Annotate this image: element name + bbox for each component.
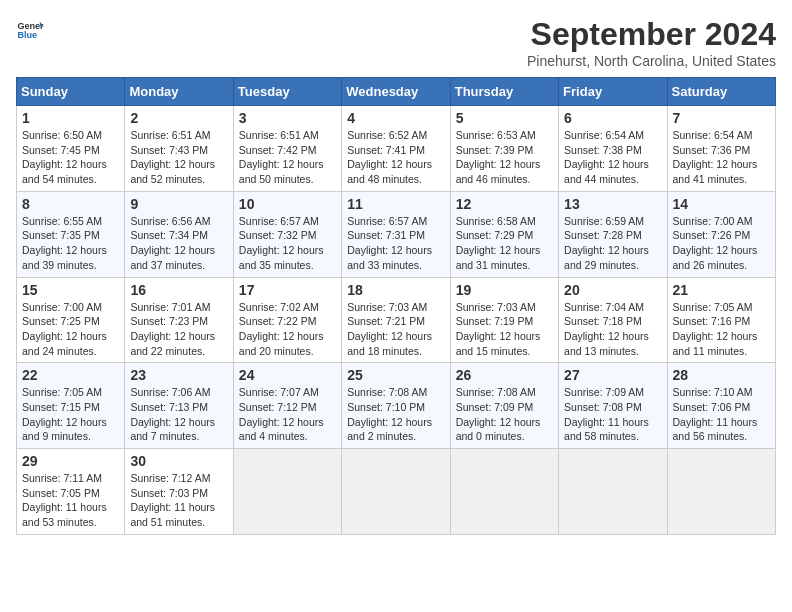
day-number: 30: [130, 453, 227, 469]
calendar-cell: 24Sunrise: 7:07 AM Sunset: 7:12 PM Dayli…: [233, 363, 341, 449]
day-info: Sunrise: 7:10 AM Sunset: 7:06 PM Dayligh…: [673, 385, 770, 444]
calendar-cell: 7Sunrise: 6:54 AM Sunset: 7:36 PM Daylig…: [667, 106, 775, 192]
day-info: Sunrise: 6:59 AM Sunset: 7:28 PM Dayligh…: [564, 214, 661, 273]
day-info: Sunrise: 6:56 AM Sunset: 7:34 PM Dayligh…: [130, 214, 227, 273]
day-info: Sunrise: 7:04 AM Sunset: 7:18 PM Dayligh…: [564, 300, 661, 359]
day-info: Sunrise: 6:51 AM Sunset: 7:42 PM Dayligh…: [239, 128, 336, 187]
col-tuesday: Tuesday: [233, 78, 341, 106]
day-number: 1: [22, 110, 119, 126]
day-info: Sunrise: 7:09 AM Sunset: 7:08 PM Dayligh…: [564, 385, 661, 444]
day-info: Sunrise: 7:00 AM Sunset: 7:25 PM Dayligh…: [22, 300, 119, 359]
day-info: Sunrise: 7:08 AM Sunset: 7:09 PM Dayligh…: [456, 385, 553, 444]
day-number: 14: [673, 196, 770, 212]
day-info: Sunrise: 7:11 AM Sunset: 7:05 PM Dayligh…: [22, 471, 119, 530]
calendar-cell: 2Sunrise: 6:51 AM Sunset: 7:43 PM Daylig…: [125, 106, 233, 192]
calendar-cell: 14Sunrise: 7:00 AM Sunset: 7:26 PM Dayli…: [667, 191, 775, 277]
calendar-cell: [342, 449, 450, 535]
calendar-title: September 2024: [527, 16, 776, 53]
col-wednesday: Wednesday: [342, 78, 450, 106]
day-info: Sunrise: 7:08 AM Sunset: 7:10 PM Dayligh…: [347, 385, 444, 444]
day-number: 20: [564, 282, 661, 298]
day-number: 17: [239, 282, 336, 298]
day-number: 24: [239, 367, 336, 383]
calendar-cell: 10Sunrise: 6:57 AM Sunset: 7:32 PM Dayli…: [233, 191, 341, 277]
calendar-cell: 25Sunrise: 7:08 AM Sunset: 7:10 PM Dayli…: [342, 363, 450, 449]
col-friday: Friday: [559, 78, 667, 106]
day-number: 16: [130, 282, 227, 298]
week-row-2: 8Sunrise: 6:55 AM Sunset: 7:35 PM Daylig…: [17, 191, 776, 277]
day-info: Sunrise: 7:02 AM Sunset: 7:22 PM Dayligh…: [239, 300, 336, 359]
week-row-5: 29Sunrise: 7:11 AM Sunset: 7:05 PM Dayli…: [17, 449, 776, 535]
svg-text:Blue: Blue: [17, 30, 37, 40]
calendar-table: Sunday Monday Tuesday Wednesday Thursday…: [16, 77, 776, 535]
calendar-cell: 19Sunrise: 7:03 AM Sunset: 7:19 PM Dayli…: [450, 277, 558, 363]
day-number: 21: [673, 282, 770, 298]
col-saturday: Saturday: [667, 78, 775, 106]
week-row-1: 1Sunrise: 6:50 AM Sunset: 7:45 PM Daylig…: [17, 106, 776, 192]
day-info: Sunrise: 6:57 AM Sunset: 7:32 PM Dayligh…: [239, 214, 336, 273]
calendar-cell: 21Sunrise: 7:05 AM Sunset: 7:16 PM Dayli…: [667, 277, 775, 363]
day-number: 27: [564, 367, 661, 383]
day-info: Sunrise: 6:54 AM Sunset: 7:36 PM Dayligh…: [673, 128, 770, 187]
calendar-cell: 18Sunrise: 7:03 AM Sunset: 7:21 PM Dayli…: [342, 277, 450, 363]
calendar-cell: [667, 449, 775, 535]
calendar-cell: 15Sunrise: 7:00 AM Sunset: 7:25 PM Dayli…: [17, 277, 125, 363]
day-info: Sunrise: 6:57 AM Sunset: 7:31 PM Dayligh…: [347, 214, 444, 273]
day-info: Sunrise: 6:55 AM Sunset: 7:35 PM Dayligh…: [22, 214, 119, 273]
day-number: 3: [239, 110, 336, 126]
day-number: 26: [456, 367, 553, 383]
calendar-cell: 22Sunrise: 7:05 AM Sunset: 7:15 PM Dayli…: [17, 363, 125, 449]
day-number: 23: [130, 367, 227, 383]
day-info: Sunrise: 7:00 AM Sunset: 7:26 PM Dayligh…: [673, 214, 770, 273]
calendar-cell: 12Sunrise: 6:58 AM Sunset: 7:29 PM Dayli…: [450, 191, 558, 277]
calendar-cell: 5Sunrise: 6:53 AM Sunset: 7:39 PM Daylig…: [450, 106, 558, 192]
day-info: Sunrise: 6:52 AM Sunset: 7:41 PM Dayligh…: [347, 128, 444, 187]
calendar-cell: 9Sunrise: 6:56 AM Sunset: 7:34 PM Daylig…: [125, 191, 233, 277]
day-number: 2: [130, 110, 227, 126]
day-number: 12: [456, 196, 553, 212]
calendar-cell: 30Sunrise: 7:12 AM Sunset: 7:03 PM Dayli…: [125, 449, 233, 535]
day-number: 25: [347, 367, 444, 383]
day-number: 6: [564, 110, 661, 126]
day-info: Sunrise: 7:06 AM Sunset: 7:13 PM Dayligh…: [130, 385, 227, 444]
calendar-header: General Blue September 2024 Pinehurst, N…: [16, 16, 776, 69]
calendar-cell: 1Sunrise: 6:50 AM Sunset: 7:45 PM Daylig…: [17, 106, 125, 192]
calendar-subtitle: Pinehurst, North Carolina, United States: [527, 53, 776, 69]
calendar-cell: 16Sunrise: 7:01 AM Sunset: 7:23 PM Dayli…: [125, 277, 233, 363]
day-number: 13: [564, 196, 661, 212]
day-info: Sunrise: 6:51 AM Sunset: 7:43 PM Dayligh…: [130, 128, 227, 187]
day-info: Sunrise: 6:58 AM Sunset: 7:29 PM Dayligh…: [456, 214, 553, 273]
day-number: 18: [347, 282, 444, 298]
calendar-cell: 8Sunrise: 6:55 AM Sunset: 7:35 PM Daylig…: [17, 191, 125, 277]
day-info: Sunrise: 7:12 AM Sunset: 7:03 PM Dayligh…: [130, 471, 227, 530]
week-row-3: 15Sunrise: 7:00 AM Sunset: 7:25 PM Dayli…: [17, 277, 776, 363]
calendar-cell: 29Sunrise: 7:11 AM Sunset: 7:05 PM Dayli…: [17, 449, 125, 535]
day-number: 28: [673, 367, 770, 383]
calendar-cell: 17Sunrise: 7:02 AM Sunset: 7:22 PM Dayli…: [233, 277, 341, 363]
day-number: 22: [22, 367, 119, 383]
day-number: 11: [347, 196, 444, 212]
calendar-cell: [233, 449, 341, 535]
day-info: Sunrise: 7:05 AM Sunset: 7:16 PM Dayligh…: [673, 300, 770, 359]
calendar-cell: 3Sunrise: 6:51 AM Sunset: 7:42 PM Daylig…: [233, 106, 341, 192]
day-number: 19: [456, 282, 553, 298]
day-number: 10: [239, 196, 336, 212]
day-number: 7: [673, 110, 770, 126]
calendar-cell: [559, 449, 667, 535]
day-info: Sunrise: 7:07 AM Sunset: 7:12 PM Dayligh…: [239, 385, 336, 444]
calendar-cell: [450, 449, 558, 535]
calendar-cell: 4Sunrise: 6:52 AM Sunset: 7:41 PM Daylig…: [342, 106, 450, 192]
calendar-header-row: Sunday Monday Tuesday Wednesday Thursday…: [17, 78, 776, 106]
logo: General Blue: [16, 16, 44, 44]
day-number: 5: [456, 110, 553, 126]
calendar-cell: 23Sunrise: 7:06 AM Sunset: 7:13 PM Dayli…: [125, 363, 233, 449]
calendar-cell: 11Sunrise: 6:57 AM Sunset: 7:31 PM Dayli…: [342, 191, 450, 277]
day-number: 9: [130, 196, 227, 212]
day-info: Sunrise: 7:01 AM Sunset: 7:23 PM Dayligh…: [130, 300, 227, 359]
calendar-body: 1Sunrise: 6:50 AM Sunset: 7:45 PM Daylig…: [17, 106, 776, 535]
day-info: Sunrise: 7:05 AM Sunset: 7:15 PM Dayligh…: [22, 385, 119, 444]
logo-icon: General Blue: [16, 16, 44, 44]
title-area: September 2024 Pinehurst, North Carolina…: [527, 16, 776, 69]
day-info: Sunrise: 6:53 AM Sunset: 7:39 PM Dayligh…: [456, 128, 553, 187]
day-number: 4: [347, 110, 444, 126]
